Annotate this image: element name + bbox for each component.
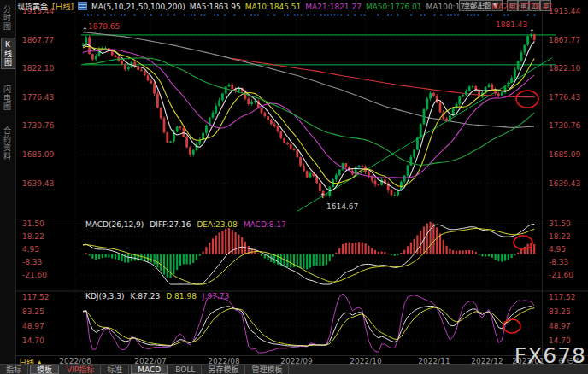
macd-tick-left-1: 18.22 <box>22 232 44 241</box>
toolbar-item-2[interactable]: 模板 <box>30 365 59 374</box>
kdj-j-value: J:97.73 <box>203 292 229 301</box>
low-price-label: 1614.67 <box>326 202 358 211</box>
low-arrow-icon: ↑ <box>320 192 326 200</box>
kdj-tick-left-2: 48.97 <box>22 322 44 330</box>
price-tick-left-4: 1730.76 <box>22 121 54 130</box>
kdj-label: KDJ(9,3,3) <box>85 292 124 301</box>
macd-tick-left-3: -8.33 <box>22 258 42 266</box>
indicator-settings-icon[interactable] <box>78 2 87 10</box>
ma-value-5: MA100:1729.45 <box>426 3 487 11</box>
price-tick-right-2: 1822.10 <box>549 64 580 73</box>
price-tick-left-6: 1639.43 <box>22 179 54 188</box>
kdj-tick-right-1: 83.25 <box>549 307 571 316</box>
price-tick-right-6: 1639.43 <box>549 179 580 188</box>
macd-tick-left-0: 31.50 <box>22 219 44 228</box>
macd-diff-value: DIFF:27.16 <box>150 220 191 229</box>
price-tick-left-2: 1822.10 <box>22 64 54 73</box>
toolbar-item-8[interactable]: 管理模板 <box>245 365 289 374</box>
ma-value-3: MA21:1821.27 <box>305 3 362 11</box>
kdj-tick-left-0: 117.52 <box>22 293 50 301</box>
peak1-arrow-icon: ↑ <box>82 26 88 34</box>
price-tick-right-4: 1730.76 <box>549 121 580 130</box>
peak1-price-label: 1878.65 <box>88 22 120 31</box>
period-tag: [日线] <box>52 3 74 11</box>
macd-tick-right-1: 18.22 <box>549 232 571 241</box>
ma-value-2: MA10:1845.51 <box>245 3 302 11</box>
sidebar-item-4[interactable]: 合约资料 <box>1 125 14 162</box>
price-tick-right-5: 1685.09 <box>549 150 580 159</box>
price-tick-left-5: 1685.09 <box>22 150 54 159</box>
ma-value-6: MA200:1778.47 <box>491 3 552 11</box>
kdj-d-value: D:81.98 <box>166 292 197 301</box>
chart-type-sidebar: 分时图K线图闪电图合约资料 <box>0 0 16 365</box>
highlight-circle-2 <box>514 236 532 249</box>
macd-tick-right-2: 4.95 <box>549 245 566 254</box>
peak2-arrow-icon: ↑ <box>529 28 535 36</box>
sidebar-item-3[interactable]: 闪电图 <box>1 84 14 113</box>
price-tick-left-3: 1776.43 <box>22 93 54 102</box>
macd-dea-value: DEA:23.08 <box>197 220 237 229</box>
peak2-price-label: 1881.43 <box>496 20 527 29</box>
instrument-title: 现货黄金 <box>17 3 48 11</box>
ma-value-1: MA5:1863.95 <box>190 3 241 11</box>
macd-tick-left-4: -21.60 <box>22 271 47 279</box>
chart-header: 现货黄金[日线]MA(5,10,21,50,100,200)MA5:1863.9… <box>17 1 588 12</box>
toolbar-item-7[interactable]: 另存模板 <box>202 365 245 374</box>
toolbar-item-1[interactable]: 指标 <box>0 365 28 374</box>
toolbar-item-5[interactable]: MACD <box>131 365 168 374</box>
highlight-circle-1 <box>516 91 538 108</box>
macd-label: MACD(26,12,9) <box>85 220 144 229</box>
bottom-toolbar: 指标模板VIP指标标准MACDBOLL另存模板管理模板 <box>0 364 588 374</box>
kdj-tick-right-2: 48.97 <box>549 322 571 330</box>
macd-tick-right-4: -21.60 <box>549 271 573 279</box>
macd-macd-value: MACD:8.17 <box>244 220 286 229</box>
kdj-header: KDJ(9,3,3)K:87.23D:81.98J:97.73 <box>85 292 235 301</box>
chart-canvas[interactable] <box>0 0 588 374</box>
kdj-tick-right-0: 117.52 <box>549 293 576 301</box>
kdj-tick-left-3: 14.70 <box>22 336 44 345</box>
macd-tick-right-3: -8.33 <box>549 258 568 266</box>
toolbar-item-4[interactable]: 标准 <box>101 365 129 374</box>
price-tick-left-1: 1867.77 <box>22 36 54 44</box>
price-tick-right-1: 1867.77 <box>549 36 580 44</box>
ma-values: MA5:1863.95MA10:1845.51MA21:1821.27MA50:… <box>190 3 557 11</box>
macd-tick-right-0: 31.50 <box>549 219 571 228</box>
ma-value-4: MA50:1776.01 <box>366 3 422 11</box>
ma-group-label: MA(5,10,21,50,100,200) <box>91 3 185 11</box>
kdj-tick-left-1: 83.25 <box>22 307 44 316</box>
toolbar-item-6[interactable]: BOLL <box>169 365 202 374</box>
macd-tick-left-2: 4.95 <box>22 245 39 254</box>
macd-header: MACD(26,12,9)DIFF:27.16DEA:23.08MACD:8.1… <box>85 220 292 229</box>
price-tick-right-3: 1776.43 <box>549 93 580 102</box>
kdj-k-value: K:87.23 <box>130 292 160 301</box>
trading-app-window: 分时图K线图闪电图合约资料 现货黄金[日线]MA(5,10,21,50,100,… <box>0 0 588 374</box>
sidebar-item-1[interactable]: 分时图 <box>1 3 14 32</box>
toolbar-item-3[interactable]: VIP指标 <box>61 365 101 374</box>
sidebar-item-2[interactable]: K线图 <box>1 38 15 69</box>
